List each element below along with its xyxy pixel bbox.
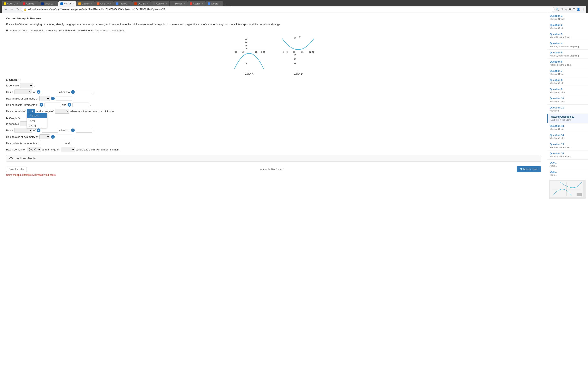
domain-select-b[interactable]: (-∞, ∞) [a, ∞) (-∞, a] [27,147,41,152]
sidebar-item-2[interactable]: Question 2Multiple Choice [547,22,588,31]
tab-close-topic-c[interactable]: ✕ [128,2,130,5]
sidebar-item-12[interactable]: Viewing Question 12Math Fill in the Blan… [547,114,588,123]
axis-input-a[interactable] [56,96,72,101]
tab-title-dashb: Dashbo [82,2,90,5]
tab-close-annota[interactable]: ✕ [219,2,221,5]
intercept-input-a1[interactable] [44,103,61,107]
tab-search[interactable]: Search✕ [188,1,206,6]
tab-favicon-dashb [78,2,81,5]
tab-ch1-ho[interactable]: Ch 1 Ho✕ [95,1,114,6]
sidebar-item-6[interactable]: Question 6Math Fill in the Blank [547,59,588,68]
save-later-button[interactable]: Save for Later [6,167,27,172]
info-btn-b3[interactable]: i [51,135,55,139]
domain-option-3[interactable]: (-∞, a] [27,123,47,128]
profile-icon[interactable]: 👤 [577,8,580,11]
info-btn-a4[interactable]: i [40,103,43,107]
sidebar-item-8[interactable]: Question 8Multiple Choice [547,77,588,86]
value-input-b1[interactable] [42,128,58,133]
minmax-select-a[interactable]: minimum maximum [14,90,32,94]
range-select-b[interactable]: (-∞, ∞) [a, ∞) (-∞, a] [61,147,75,152]
tab-vcu-c[interactable]: VCU - C✕ [2,1,21,6]
menu-icon[interactable]: ⋮ [582,8,585,11]
tab-close-canvas[interactable]: ✕ [35,2,37,5]
sidebar-item-3[interactable]: Question 3Math Fill in the Blank [547,31,588,40]
tab-close-search[interactable]: ✕ [201,2,204,5]
search-icon[interactable]: 🔍 [556,8,560,11]
axis-select-a[interactable]: x = y = [39,96,50,101]
more-tabs-button[interactable]: ⌄ [229,3,233,6]
tab-close-ch1-ho[interactable]: ✕ [110,2,112,5]
tab-close-vcu-lit[interactable]: ✕ [147,2,149,5]
sidebar-item-17[interactable]: Que...Math... [547,160,588,169]
where-a-label-b: where a is the maximum or minimum. [76,148,120,151]
sidebar-item-16[interactable]: Question 16Math Fill in the Blank [547,150,588,160]
tab-annota[interactable]: annota✕ [206,1,223,6]
sidebar-item-1[interactable]: Question 1Multiple Choice [547,13,588,22]
info-btn-a5[interactable]: i [68,103,71,107]
submit-button[interactable]: Submit Answer [517,166,541,172]
sidebar-item-15[interactable]: Question 15Math Fill in the Blank [547,141,588,150]
domain-option-2[interactable]: [a, ∞) [27,118,47,123]
intercept-input-a2[interactable] [72,103,89,107]
sidebar-q-title-8: Question 8 [550,79,586,82]
graph-container: -32 -16 32 48 64 40 30 20 10 -10 Graph A [6,35,541,75]
tab-close-gun-vie[interactable]: ✕ [165,2,167,5]
tab-close-dashb[interactable]: ✕ [91,2,93,5]
tab-gun-vie[interactable]: Gun Vie✕ [151,1,170,6]
tab-canvas[interactable]: Canvas✕ [21,1,39,6]
sidebar-q-title-17: Que... [550,161,586,164]
check-icon: ✓ [29,115,31,117]
tab-nwp-a[interactable]: NWP A✕ [58,1,76,6]
sidebar-item-9[interactable]: Question 9Multiple Choice [547,86,588,95]
sidebar-q-title-11: Question 11 [550,106,586,109]
tab-close-vcu-c[interactable]: ✕ [17,2,18,5]
sidebar-item-7[interactable]: Question 7Multiple Choice [547,68,588,77]
share-icon[interactable]: ⇧ [561,8,563,11]
bookmark-icon[interactable]: ☆ [565,8,567,11]
info-btn-b1[interactable]: i [37,128,40,132]
value-input-a1[interactable] [42,90,58,94]
sidebar-item-10[interactable]: Question 10Multiple Choice [547,95,588,105]
tab-close-wiley-w[interactable]: ✕ [54,2,56,5]
tab-vcu-lit[interactable]: VCU Lit✕ [132,1,151,6]
sidebar-item-11[interactable]: Question 11Multistep [547,105,588,114]
tab-close-paraph[interactable]: ✕ [183,2,186,5]
domain-btn-a[interactable]: ✓ ▼ [27,109,35,113]
reload-button[interactable]: ↻ [16,7,20,12]
graph-a: -32 -16 32 48 64 40 30 20 10 -10 [229,35,269,71]
address-bar[interactable]: 🔒 education.wiley.com/was/ui/v2/assessme… [21,7,554,12]
intercept-input-b1[interactable] [40,141,64,145]
info-btn-a1[interactable]: i [37,90,40,94]
etextbook-bar[interactable]: eTextbook and Media [6,155,541,162]
domain-dropdown-a[interactable]: ✓ ▼ ✓ (-∞, ∞) [a, ∞) (-∞, a] [27,109,35,113]
info-btn-b2[interactable]: i [71,128,75,132]
info-btn-a2[interactable]: i [71,90,75,94]
extensions-icon[interactable]: ▣ [569,8,571,11]
axis-select-b[interactable]: x = y = [39,134,50,139]
x-input-a1[interactable] [76,90,92,94]
x-input-b1[interactable] [76,128,92,133]
new-tab-button[interactable]: + [223,2,228,6]
sidebar-item-5[interactable]: Question 5Math Symbolic and Graphing [547,50,588,59]
tab-topic-c[interactable]: Topic C✕ [114,1,132,6]
tab-paraph[interactable]: Paraph✕ [170,1,187,6]
sidebar-item-13[interactable]: Question 13Multiple Choice [547,123,588,132]
intercept-input-b2[interactable] [71,141,95,145]
info-btn-a3[interactable]: i [51,97,55,100]
minmax-select-b[interactable]: minimum maximum [14,128,32,133]
back-button[interactable]: ← [3,7,8,12]
tab-wiley-w[interactable]: Wiley W✕ [39,1,58,6]
concave-select-a[interactable]: up down [20,83,33,88]
domain-option-1[interactable]: ✓ (-∞, ∞) [27,113,47,118]
tab-close-nwp-a[interactable]: ✕ [72,2,74,5]
forward-button[interactable]: → [9,7,14,12]
tab-bar: VCU - C✕Canvas✕Wiley W✕NWP A✕Dashbo✕Ch 1… [2,1,586,6]
sidebar-item-18[interactable]: Que...Math... [547,169,588,178]
axis-input-b[interactable] [56,134,72,139]
sidebar-q-title-15: Question 15 [550,143,586,146]
tab-dashb[interactable]: Dashbo✕ [76,1,95,6]
range-select-a[interactable]: (-∞, ∞) [a, ∞) (-∞, a] [55,109,69,114]
sidebar-item-4[interactable]: Question 4Math Symbolic and Graphing [547,40,588,50]
sidebar-toggle-icon[interactable]: ☰ [573,8,575,11]
sidebar-item-14[interactable]: Question 14Multiple Choice [547,132,588,141]
